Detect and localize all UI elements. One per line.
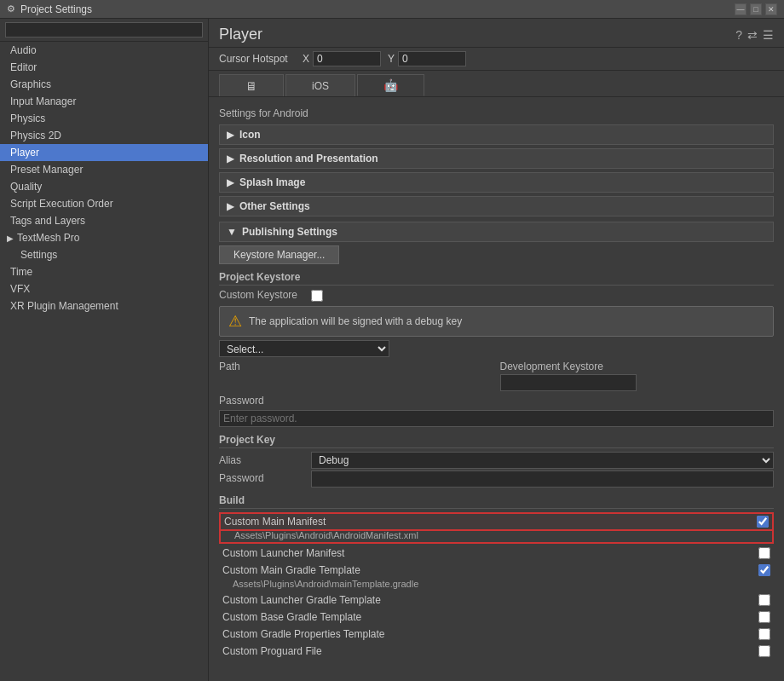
build-item: Custom Main Gradle TemplateAssets\Plugin… xyxy=(219,563,774,591)
keystore-manager-button[interactable]: Keystore Manager... xyxy=(219,245,339,264)
tab-ios[interactable]: iOS xyxy=(285,74,355,96)
build-row: Custom Main Gradle Template xyxy=(219,563,774,578)
sidebar: AudioEditorGraphicsInput ManagerPhysicsP… xyxy=(0,19,209,681)
search-input[interactable] xyxy=(5,22,203,38)
build-checkbox[interactable] xyxy=(758,547,770,559)
sidebar-item-tags-and-layers[interactable]: Tags and Layers xyxy=(0,212,208,229)
sidebar-item-editor[interactable]: Editor xyxy=(0,59,208,76)
section-other-title: Other Settings xyxy=(239,200,310,212)
build-item: Custom Base Gradle Template xyxy=(219,609,774,625)
section-splash[interactable]: ▶ Splash Image xyxy=(219,172,774,193)
help-button[interactable]: ? xyxy=(735,28,742,42)
custom-keystore-label: Custom Keystore xyxy=(219,289,304,301)
project-keystore-label: Project Keystore xyxy=(219,271,774,286)
sidebar-item-vfx[interactable]: VFX xyxy=(0,280,208,297)
sidebar-item-script-execution-order[interactable]: Script Execution Order xyxy=(0,195,208,212)
warning-icon: ⚠ xyxy=(228,312,242,331)
publishing-chevron: ▼ xyxy=(227,226,237,238)
section-icon[interactable]: ▶ Icon xyxy=(219,124,774,145)
sidebar-item-settings[interactable]: Settings xyxy=(0,246,208,263)
section-icon-title: Icon xyxy=(239,129,261,141)
dev-keystore-label: Development Keystore xyxy=(500,361,775,372)
warning-text: The application will be signed with a de… xyxy=(249,315,462,327)
build-checkbox[interactable] xyxy=(758,645,770,657)
sidebar-item-graphics[interactable]: Graphics xyxy=(0,76,208,93)
layout-button[interactable]: ⇄ xyxy=(747,28,758,42)
keystore-btn-row: Keystore Manager... xyxy=(219,245,774,264)
custom-keystore-checkbox[interactable] xyxy=(311,290,323,302)
dev-keystore-col: Development Keystore xyxy=(500,361,775,391)
password-label: Password xyxy=(219,395,304,407)
android-icon: 🤖 xyxy=(383,78,398,92)
build-checkbox[interactable] xyxy=(758,611,770,623)
window-controls: — □ ✕ xyxy=(735,3,777,15)
section-splash-title: Splash Image xyxy=(239,176,305,188)
dev-keystore-input[interactable] xyxy=(500,374,637,391)
build-row: Custom Base Gradle Template xyxy=(219,609,774,625)
sidebar-item-time[interactable]: Time xyxy=(0,263,208,280)
gear-icon: ⚙ xyxy=(7,3,15,14)
content-scroll[interactable]: Settings for Android ▶ Icon ▶ Resolution… xyxy=(209,97,784,681)
platform-tabs: 🖥 iOS 🤖 xyxy=(209,71,784,97)
cursor-hotspot-label: Cursor Hotspot xyxy=(219,53,296,65)
build-item: Custom Launcher Gradle Template xyxy=(219,592,774,608)
section-other[interactable]: ▶ Other Settings xyxy=(219,196,774,216)
section-resolution-title: Resolution and Presentation xyxy=(239,153,378,164)
build-checkbox[interactable] xyxy=(758,628,770,640)
x-coord-group: X xyxy=(303,51,381,66)
sidebar-item-player[interactable]: Player xyxy=(0,144,208,161)
main-layout: AudioEditorGraphicsInput ManagerPhysicsP… xyxy=(0,19,784,681)
sidebar-item-input-manager[interactable]: Input Manager xyxy=(0,93,208,110)
custom-keystore-row: Custom Keystore xyxy=(219,289,774,303)
more-button[interactable]: ☰ xyxy=(763,28,774,42)
close-button[interactable]: ✕ xyxy=(765,3,777,15)
sidebar-item-physics[interactable]: Physics xyxy=(0,110,208,127)
alias-select[interactable]: Debug xyxy=(311,452,774,469)
key-password-input[interactable] xyxy=(311,470,774,488)
ios-label: iOS xyxy=(312,80,329,92)
other-chevron: ▶ xyxy=(227,200,234,212)
header-icons: ? ⇄ ☰ xyxy=(735,28,774,42)
tab-desktop[interactable]: 🖥 xyxy=(219,74,284,96)
icon-chevron: ▶ xyxy=(227,129,234,141)
tab-android[interactable]: 🤖 xyxy=(357,74,424,96)
key-password-label: Password xyxy=(219,472,304,484)
maximize-button[interactable]: □ xyxy=(750,3,762,15)
build-item: Custom Proguard File xyxy=(219,643,774,659)
build-checkbox[interactable] xyxy=(758,564,770,576)
build-row: Custom Proguard File xyxy=(219,643,774,659)
build-item-label: Custom Launcher Manifest xyxy=(222,547,758,559)
sidebar-item-audio[interactable]: Audio xyxy=(0,42,208,59)
build-row: Custom Main Manifest xyxy=(219,512,774,531)
title-bar: ⚙ Project Settings — □ ✕ xyxy=(0,0,784,19)
settings-for-label: Settings for Android xyxy=(219,104,774,124)
publishing-header[interactable]: ▼ Publishing Settings xyxy=(219,222,774,242)
build-row: Custom Launcher Manifest xyxy=(219,545,774,561)
sidebar-label: TextMesh Pro xyxy=(17,232,79,244)
sidebar-item-xr-plugin-management[interactable]: XR Plugin Management xyxy=(0,297,208,315)
sidebar-item-quality[interactable]: Quality xyxy=(0,178,208,195)
build-item-label: Custom Launcher Gradle Template xyxy=(222,594,758,606)
build-checkbox[interactable] xyxy=(758,594,770,606)
desktop-icon: 🖥 xyxy=(245,79,257,93)
x-input[interactable] xyxy=(313,51,381,66)
y-input[interactable] xyxy=(398,51,466,66)
sidebar-item-physics-2d[interactable]: Physics 2D xyxy=(0,127,208,144)
build-items-list: Custom Main ManifestAssets\Plugins\Andro… xyxy=(219,512,774,659)
alias-row: Alias Debug xyxy=(219,452,774,469)
section-resolution[interactable]: ▶ Resolution and Presentation xyxy=(219,148,774,169)
minimize-button[interactable]: — xyxy=(735,3,747,15)
y-coord-group: Y xyxy=(388,51,466,66)
page-title: Player xyxy=(219,26,262,43)
keystore-select[interactable]: Select... xyxy=(219,340,389,357)
sidebar-item-preset-manager[interactable]: Preset Manager xyxy=(0,161,208,178)
content-header: Player ? ⇄ ☰ xyxy=(209,19,784,48)
search-bar xyxy=(0,19,208,42)
key-password-row: Password xyxy=(219,470,774,488)
password-input[interactable] xyxy=(219,410,774,427)
alias-label: Alias xyxy=(219,454,304,466)
password-input-row xyxy=(219,410,774,427)
sidebar-item-textmesh-pro[interactable]: ▶TextMesh Pro xyxy=(0,229,208,246)
sidebar-items-list: AudioEditorGraphicsInput ManagerPhysicsP… xyxy=(0,42,208,315)
build-checkbox[interactable] xyxy=(757,516,769,528)
